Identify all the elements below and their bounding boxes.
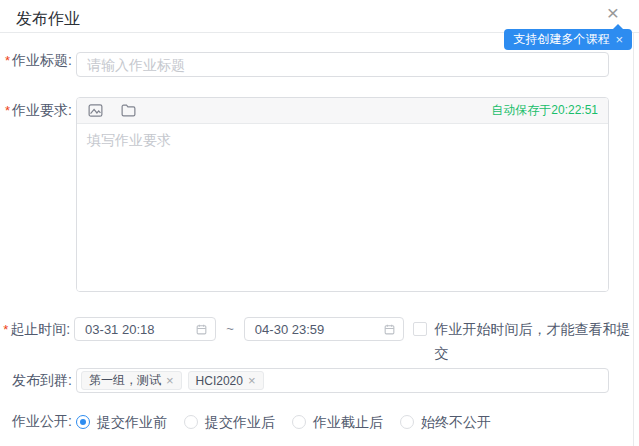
time-range-separator: ~: [226, 317, 234, 341]
radio-label: 提交作业前: [97, 415, 167, 429]
group-tag-text: HCI2020: [196, 374, 243, 388]
required-asterisk: *: [5, 53, 10, 68]
page-title: 发布作业: [16, 9, 80, 30]
tag-remove-icon[interactable]: ×: [166, 374, 174, 387]
assignment-requirement-label: *作业要求:: [0, 97, 72, 120]
time-range-label: *起止时间:: [0, 317, 70, 342]
tooltip-text: 支持创建多个课程: [513, 29, 609, 50]
insert-image-button[interactable]: [87, 102, 104, 119]
start-time-value: 03-31 20:18: [85, 322, 154, 337]
insert-file-button[interactable]: [120, 102, 137, 119]
publish-groups-label: 发布到群:: [0, 368, 72, 393]
requirement-editor-body[interactable]: 填写作业要求: [77, 124, 608, 291]
radio-label: 作业截止后: [313, 415, 383, 429]
tooltip-close-icon[interactable]: ×: [615, 29, 623, 50]
visibility-label: 作业公开:: [0, 413, 72, 431]
multi-course-tooltip: 支持创建多个课程 ×: [504, 29, 632, 50]
radio-before-submit[interactable]: 提交作业前: [76, 415, 167, 429]
calendar-icon: [383, 323, 396, 336]
requirement-placeholder: 填写作业要求: [87, 132, 171, 148]
radio-unselected-icon: [292, 415, 306, 429]
required-asterisk: *: [5, 103, 10, 118]
group-tag: HCI2020 ×: [188, 371, 264, 390]
required-asterisk: *: [3, 322, 8, 337]
group-tag-text: 第一组，测试: [89, 372, 161, 389]
assignment-title-label: *作业标题:: [0, 52, 72, 70]
visibility-radio-group: 提交作业前 提交作业后 作业截止后 始终不公开: [76, 415, 508, 429]
group-tags-input[interactable]: 第一组，测试 × HCI2020 ×: [76, 368, 609, 393]
calendar-icon: [195, 323, 208, 336]
assignment-title-input[interactable]: [76, 52, 609, 77]
folder-icon: [120, 102, 137, 119]
radio-label: 始终不公开: [421, 415, 491, 429]
radio-label: 提交作业后: [205, 415, 275, 429]
radio-after-submit[interactable]: 提交作业后: [184, 415, 275, 429]
image-icon: [87, 102, 104, 119]
close-icon[interactable]: ×: [601, 1, 625, 25]
requirement-editor: 自动保存于20:22:51 填写作业要求: [76, 97, 609, 292]
view-after-start-checkbox-label[interactable]: 作业开始时间后，才能查看和提交: [435, 317, 639, 365]
publish-assignment-drawer: 发布作业 × 支持创建多个课程 × *作业标题: *作业要求:: [0, 0, 639, 446]
tag-remove-icon[interactable]: ×: [248, 374, 256, 387]
radio-unselected-icon: [184, 415, 198, 429]
panel-right-divider: [633, 33, 634, 446]
end-time-value: 04-30 23:59: [255, 322, 324, 337]
autosave-status: 自动保存于20:22:51: [491, 102, 598, 119]
view-after-start-checkbox[interactable]: [413, 322, 427, 336]
start-time-picker[interactable]: 03-31 20:18: [74, 317, 216, 341]
radio-unselected-icon: [400, 415, 414, 429]
radio-after-deadline[interactable]: 作业截止后: [292, 415, 383, 429]
group-tag: 第一组，测试 ×: [81, 371, 182, 390]
editor-toolbar: 自动保存于20:22:51: [77, 98, 608, 124]
radio-selected-icon: [76, 415, 90, 429]
radio-never-public[interactable]: 始终不公开: [400, 415, 491, 429]
end-time-picker[interactable]: 04-30 23:59: [244, 317, 404, 341]
